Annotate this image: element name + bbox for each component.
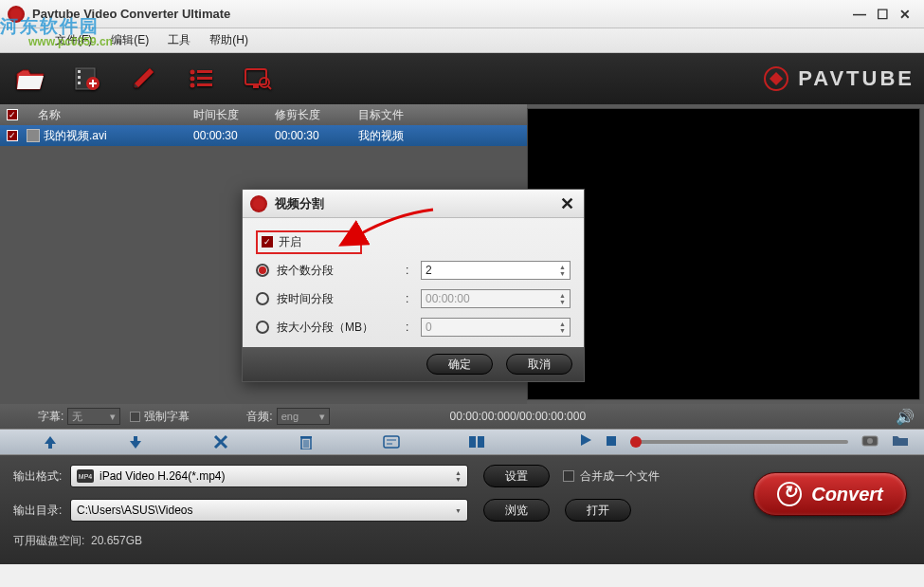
dialog-header[interactable]: 视频分割 ✕ xyxy=(243,190,584,218)
svg-point-27 xyxy=(867,438,873,444)
output-panel: 输出格式: MP4 iPad Video H.264(*.mp4) ▲▼ 设置 … xyxy=(0,455,924,564)
menu-edit[interactable]: 编辑(E) xyxy=(101,30,158,50)
remove-button[interactable] xyxy=(178,431,263,452)
add-video-button[interactable] xyxy=(66,62,108,96)
by-size-radio[interactable] xyxy=(256,321,269,334)
output-dir-input[interactable]: C:\Users\ASUS\Videos ▼ xyxy=(70,499,468,522)
ok-button[interactable]: 确定 xyxy=(426,354,493,375)
count-input[interactable]: 2▲▼ xyxy=(421,261,571,280)
seek-slider[interactable] xyxy=(630,440,848,444)
menu-tools[interactable]: 工具 xyxy=(158,30,200,50)
toolbar: PAVTUBE xyxy=(0,53,924,104)
enable-highlight-box: 开启 xyxy=(256,230,362,254)
snapshot-button[interactable] xyxy=(861,433,879,450)
svg-rect-25 xyxy=(607,436,616,446)
subtitle-label: 字幕: xyxy=(38,409,63,425)
force-subtitle-checkbox[interactable] xyxy=(130,412,140,422)
stop-button[interactable] xyxy=(606,433,617,450)
film-add-icon xyxy=(74,66,100,91)
preview-pane xyxy=(527,108,920,400)
svg-rect-2 xyxy=(78,76,81,79)
svg-rect-12 xyxy=(253,85,259,88)
by-time-radio[interactable] xyxy=(256,292,269,305)
close-button[interactable]: ✕ xyxy=(897,7,913,22)
audio-select[interactable]: eng▾ xyxy=(277,408,330,425)
minimize-button[interactable]: — xyxy=(852,7,867,22)
col-dest: 目标文件 xyxy=(358,107,527,123)
size-input[interactable]: 0▲▼ xyxy=(421,318,571,337)
delete-button[interactable] xyxy=(263,431,349,452)
col-trim: 修剪长度 xyxy=(275,107,358,123)
row-checkbox[interactable] xyxy=(7,130,18,141)
output-dir-label: 输出目录: xyxy=(13,503,70,519)
svg-rect-10 xyxy=(197,83,212,86)
svg-rect-1 xyxy=(78,70,81,73)
brand-icon xyxy=(764,66,788,91)
cancel-button[interactable]: 取消 xyxy=(506,354,572,375)
timecode-display: 00:00:00:000/00:00:00:000 xyxy=(450,410,586,423)
play-button[interactable] xyxy=(579,433,592,450)
table-header: 名称 时间长度 修剪长度 目标文件 xyxy=(0,104,527,125)
row-name: 我的视频.avi xyxy=(44,128,107,144)
subtitle-select[interactable]: 无▾ xyxy=(67,408,120,425)
capture-button[interactable] xyxy=(237,62,279,96)
split-button[interactable] xyxy=(434,431,519,452)
subtitle-audio-bar: 字幕: 无▾ 强制字幕 音频: eng▾ 00:00:00:000/00:00:… xyxy=(0,404,924,429)
row-duration: 00:00:30 xyxy=(193,129,275,142)
svg-rect-23 xyxy=(469,436,476,448)
table-row[interactable]: 我的视频.avi 00:00:30 00:00:30 我的视频 xyxy=(0,125,527,146)
open-button[interactable]: 打开 xyxy=(565,499,631,522)
convert-icon xyxy=(777,482,802,506)
list-button[interactable] xyxy=(180,62,222,96)
list-icon xyxy=(188,67,214,90)
maximize-button[interactable]: ☐ xyxy=(875,7,890,22)
enable-checkbox[interactable] xyxy=(262,236,273,248)
app-title: Pavtube Video Converter Ultimate xyxy=(32,7,848,21)
dialog-close-button[interactable]: ✕ xyxy=(557,193,576,214)
menu-file[interactable]: 文件(F) xyxy=(45,30,101,50)
edit-button[interactable] xyxy=(123,62,165,96)
browse-button[interactable]: 浏览 xyxy=(483,499,550,522)
row-dest: 我的视频 xyxy=(358,128,527,144)
open-folder-button[interactable] xyxy=(892,433,909,450)
svg-point-5 xyxy=(190,70,195,75)
monitor-search-icon xyxy=(244,67,272,90)
settings-button[interactable]: 设置 xyxy=(483,465,550,487)
time-input[interactable]: 00:00:00▲▼ xyxy=(421,289,571,308)
svg-rect-19 xyxy=(300,436,312,438)
svg-rect-8 xyxy=(197,77,212,80)
merge-checkbox[interactable] xyxy=(563,470,574,482)
convert-button[interactable]: Convert xyxy=(753,472,907,516)
dialog-title: 视频分割 xyxy=(275,195,324,212)
volume-icon[interactable]: 🔊 xyxy=(896,408,915,426)
by-count-radio[interactable] xyxy=(256,264,269,277)
open-file-button[interactable] xyxy=(9,62,51,96)
by-size-label: 按大小分段（MB） xyxy=(277,320,406,336)
video-split-dialog: 视频分割 ✕ 开启 按个数分段 : 2▲▼ 按时间分段 : 00:00:00▲▼… xyxy=(242,189,585,382)
dialog-buttons: 确定 取消 xyxy=(243,347,584,381)
menu-help[interactable]: 帮助(H) xyxy=(200,30,258,50)
mp4-icon: MP4 xyxy=(77,469,94,483)
disk-space: 可用磁盘空间: 20.657GB xyxy=(13,533,911,549)
move-up-button[interactable] xyxy=(8,431,93,452)
svg-rect-20 xyxy=(384,436,399,448)
svg-rect-24 xyxy=(478,436,484,448)
move-down-button[interactable] xyxy=(93,431,178,452)
audio-label: 音频: xyxy=(246,409,272,425)
app-icon xyxy=(8,6,25,23)
select-all-checkbox[interactable] xyxy=(7,109,18,120)
title-bar: Pavtube Video Converter Ultimate — ☐ ✕ xyxy=(0,0,924,28)
force-subtitle-label: 强制字幕 xyxy=(144,409,190,425)
by-count-label: 按个数分段 xyxy=(277,263,406,279)
svg-point-7 xyxy=(190,77,195,82)
brand-logo: PAVTUBE xyxy=(764,66,915,91)
svg-line-14 xyxy=(268,86,271,89)
folder-open-icon xyxy=(15,66,45,91)
row-trim: 00:00:30 xyxy=(275,129,358,142)
svg-rect-3 xyxy=(78,82,81,84)
enable-label: 开启 xyxy=(279,234,301,250)
pencil-icon xyxy=(131,66,157,91)
output-format-select[interactable]: MP4 iPad Video H.264(*.mp4) ▲▼ xyxy=(70,465,468,487)
action-bar xyxy=(0,429,924,455)
subtitle-button[interactable] xyxy=(349,431,434,452)
